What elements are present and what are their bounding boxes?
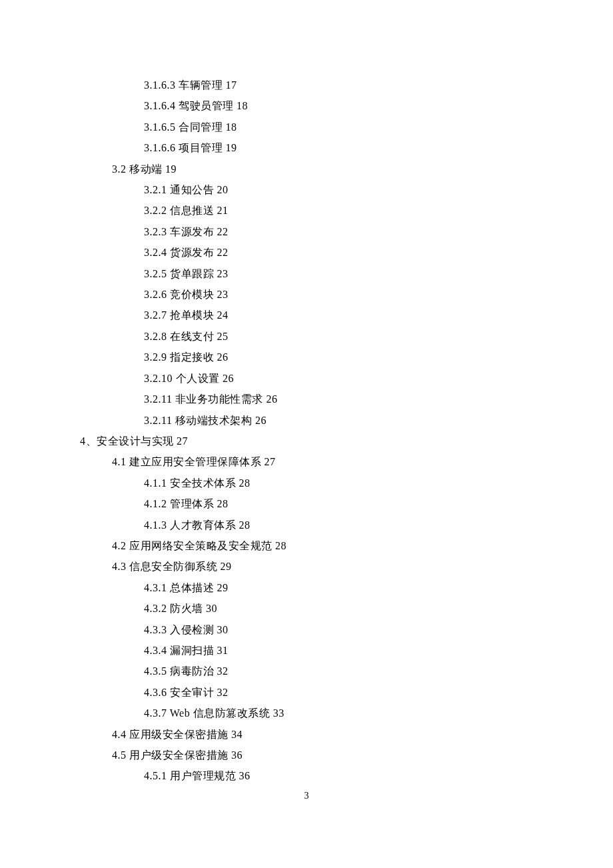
toc-entry-title: 竞价模块 [170,289,214,300]
toc-entry: 3.1.6.5 合同管理 18 [144,117,533,137]
toc-entry-title: 应用级安全保密措施 [129,729,229,740]
toc-entry-page: 22 [217,226,229,237]
toc-entry-number: 3.2.3 [144,226,167,237]
toc-entry: 4.3.4 漏洞扫描 31 [144,640,533,661]
toc-entry-title: 车源发布 [170,226,214,237]
toc-entry: 4.3 信息安全防御系统 29 [112,556,533,577]
toc-entry-number: 3.2.1 [144,184,167,195]
toc-entry-page: 19 [165,163,177,175]
toc-entry: 3.2.9 指定接收 26 [144,347,533,367]
toc-entry-title: 合同管理 [179,121,223,133]
toc-entry: 3.2.3 车源发布 22 [144,221,533,242]
toc-entry-number: 4.5.1 [144,770,167,781]
toc-entry-number: 3.2.5 [144,268,167,279]
toc-entry-page: 28 [217,498,229,509]
toc-entry: 4.1 建立应用安全管理保障体系 27 [112,451,533,472]
toc-entry-number: 4.3.4 [144,645,167,656]
toc-entry: 4.1.1 安全技术体系 28 [144,473,533,493]
toc-entry: 3.2.8 在线支付 25 [144,326,533,347]
toc-entry: 4.3.2 防火墙 30 [144,598,533,619]
toc-entry-page: 18 [226,121,237,133]
toc-entry-number: 3.2.8 [144,331,167,342]
toc-entry-title: 安全技术体系 [170,477,236,489]
toc-entry-page: 17 [226,79,237,91]
document-page: 3.1.6.3 车辆管理 173.1.6.4 驾驶员管理 183.1.6.5 合… [0,0,613,868]
toc-entry-page: 28 [239,519,251,531]
toc-entry-number: 4.4 [112,729,127,740]
toc-entry-number: 4.3.1 [144,582,167,593]
toc-entry-number: 4.3.7 [144,707,167,719]
toc-entry-page: 19 [226,142,237,153]
toc-entry-number: 4.1.3 [144,519,167,531]
toc-entry-number: 3.2.7 [144,309,167,321]
toc-entry: 3.1.6.6 项目管理 19 [144,137,533,158]
toc-entry-number: 3.1.6.4 [144,100,176,111]
toc-entry-title: 安全审计 [170,687,214,698]
toc-entry: 3.2.1 通知公告 20 [144,179,533,200]
toc-entry-number: 3.2.4 [144,247,167,258]
toc-entry-number: 4.1.2 [144,498,167,509]
toc-entry-page: 27 [177,435,188,447]
toc-entry-page: 23 [217,289,229,300]
toc-entry-title: 总体描述 [170,582,214,593]
toc-entry-number: 3.1.6.5 [144,121,176,133]
toc-entry-page: 34 [231,729,243,740]
toc-entry-title: 用户管理规范 [170,770,236,781]
toc-entry: 3.1.6.3 车辆管理 17 [144,75,533,95]
toc-entry-page: 33 [273,707,285,719]
toc-entry-title: 应用网络安全策略及安全规范 [129,540,273,551]
toc-entry-page: 30 [217,624,229,635]
toc-entry-page: 18 [237,100,248,111]
toc-entry: 4.4 应用级安全保密措施 34 [112,724,533,745]
toc-entry-title: 货单跟踪 [170,268,214,279]
toc-entry-page: 29 [221,561,232,572]
toc-entry-number: 3.2.10 [144,373,173,384]
toc-entry: 3.2.2 信息推送 21 [144,200,533,221]
toc-entry: 3.2.11 移动端技术架构 26 [144,410,533,431]
toc-entry-page: 30 [206,603,217,614]
toc-entry-title: 个人设置 [176,373,220,384]
toc-entry-number: 3.2.11 [144,393,172,405]
toc-entry-page: 25 [217,331,229,342]
toc-entry: 4.1.3 人才教育体系 28 [144,515,533,535]
toc-entry-page: 23 [217,268,229,279]
toc-entry-number: 3.2.6 [144,289,167,300]
toc-entry-number: 4.5 [112,749,127,761]
toc-entry-number: 4.2 [112,540,127,551]
toc-entry-title: 抢单模块 [170,309,214,321]
toc-entry-title: 建立应用安全管理保障体系 [129,456,261,467]
toc-entry: 4.3.5 病毒防治 32 [144,661,533,681]
toc-entry-title: 防火墙 [170,603,203,614]
toc-entry-page: 36 [239,770,251,781]
toc-entry-title: 病毒防治 [170,665,214,677]
toc-entry: 4.5 用户级安全保密措施 36 [112,745,533,765]
toc-entry-page: 27 [265,456,276,467]
toc-entry-title: 在线支付 [170,331,214,342]
toc-entry-title: 漏洞扫描 [170,645,214,656]
toc-entry: 4.3.7 Web 信息防篡改系统 33 [144,703,533,723]
toc-entry: 4.2 应用网络安全策略及安全规范 28 [112,535,533,556]
toc-entry-number: 4.3.5 [144,665,167,677]
toc-entry-title: 安全设计与实现 [97,435,174,447]
toc-entry-page: 36 [231,749,243,761]
toc-entry-title: 驾驶员管理 [179,100,234,111]
toc-entry-page: 22 [217,247,229,258]
toc-entry-page: 26 [255,415,267,426]
toc-entry-title: Web 信息防篡改系统 [170,707,270,719]
toc-entry: 3.2.5 货单跟踪 23 [144,263,533,284]
toc-entry-title: 非业务功能性需求 [175,393,263,405]
toc-entry-number: 3.1.6.6 [144,142,176,153]
toc-entry: 3.1.6.4 驾驶员管理 18 [144,95,533,116]
toc-entry: 4.3.6 安全审计 32 [144,682,533,703]
toc-entry-page: 31 [217,645,229,656]
toc-entry-number: 3.2.9 [144,351,167,363]
toc-entry-page: 26 [223,373,234,384]
toc-entry: 3.2.10 个人设置 26 [144,368,533,389]
toc-entry-title: 入侵检测 [170,624,214,635]
toc-entry-number: 4.3.2 [144,603,167,614]
toc-entry-number: 4.1 [112,456,127,467]
toc-entry-number: 4、 [80,435,97,447]
toc-entry-number: 4.1.1 [144,477,167,489]
toc-entry-title: 车辆管理 [179,79,223,91]
toc-entry-title: 信息安全防御系统 [129,561,217,572]
